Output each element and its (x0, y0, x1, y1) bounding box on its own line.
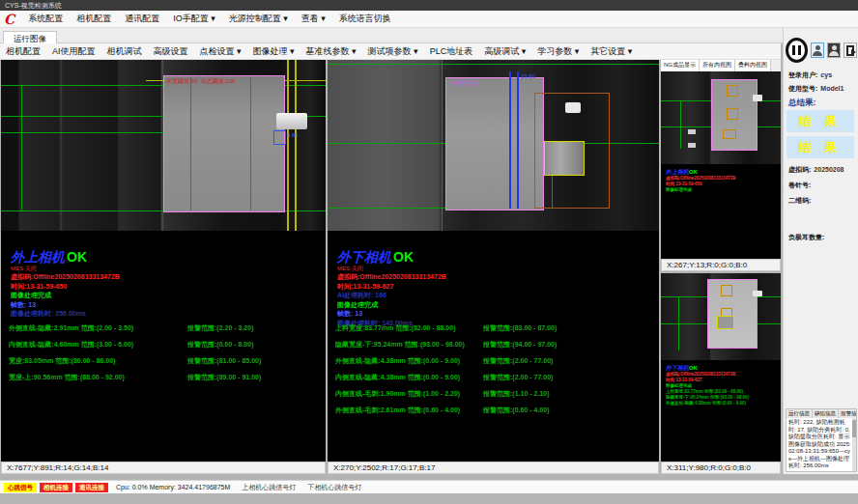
qr-code-field: 二维码: (788, 196, 814, 206)
info-line: 图像处理完成 (666, 187, 781, 193)
toolbar-item[interactable]: 基准线参数 ▾ (300, 45, 362, 58)
measure-row: 内侧直线-隐藏:4.60mm 范围:(3.00 - 6.00)报警范围:(0.0… (1, 340, 326, 356)
exit-button[interactable] (844, 42, 857, 58)
status-badge: 通讯连接 (75, 483, 108, 492)
camera-name: 外上相机 (666, 169, 689, 175)
threshold-label: 灰度阈值:93, 动态阈值:100 (166, 78, 235, 85)
status-badge: 心跳信号 (4, 483, 37, 492)
window-titlebar: CYS-视觉检测系统 (0, 0, 858, 11)
camera-result-title: 外下相机OK (337, 249, 659, 265)
log-scrollbar[interactable] (852, 418, 856, 471)
tab-probe-blob (276, 113, 307, 129)
pixel-coord-readout-lower: X:270;Y:2502;R:17;G:17;B:17 (328, 462, 659, 474)
user-login-button[interactable] (811, 42, 824, 58)
info-line: 外侧直线-隐藏:4.38mm 范围:(0.00 - 9.00) (666, 401, 781, 406)
inner-preview-panel: 外下相机OK 虚拟码:Offline2025020813313472B时间:13… (661, 273, 781, 462)
log-tab[interactable]: 报警信息 (839, 409, 857, 418)
cpu-memory-readout: Cpu: 0.0% Memory: 3424.41796875M (116, 484, 230, 490)
measure-row: 上料宽度:83.77mm 范围:(82.00 - 88.00)报警范围:(83.… (328, 323, 659, 340)
reel-needle-field: 卷针号: (788, 181, 814, 190)
toolbar-item[interactable]: 学习参数 ▾ (531, 45, 585, 58)
account-button[interactable] (827, 42, 841, 58)
measure-row: 宽度:83.05mm 范围:(80.00 - 86.00)报警范围:(81.00… (1, 356, 326, 373)
bright-spot (688, 143, 696, 148)
tab-probe-blob (565, 102, 581, 113)
toolbar-item[interactable]: 测试项参数 ▾ (362, 45, 424, 58)
measure-row: 外侧直线-隐藏:4.38mm 范围:(0.00 - 9.00)报警范围:(2.0… (328, 356, 659, 373)
toolbar-item[interactable]: 相机调试 (101, 45, 148, 58)
pixel-coord-readout-upper: X:7677;Y:891;R:14;G:14;B:14 (1, 462, 326, 474)
measure-rect-blue (273, 130, 286, 145)
measure-row: 外侧直线-隐藏:2.91mm 范围:(2.00 - 3.50)报警范围:(2.2… (1, 323, 326, 340)
edge-line-green (250, 77, 251, 210)
menu-items: 系统配置相机配置通讯配置IO手配置 ▾光源控制配置 ▾查看 ▾系统语言切换 (21, 13, 398, 25)
toolbar-item[interactable]: 其它设置 ▾ (585, 45, 638, 58)
log-text: 耗时: 222, 缺陷检测耗时: 17, 缺陷分类耗时: 0, 缺陷提取分区耗时… (786, 418, 856, 471)
camera-image-upper[interactable]: 灰度阈值:93, 动态阈值:100 3.66 (1, 60, 326, 231)
pause-button[interactable] (786, 38, 808, 63)
preview-result-text: 外下相机OK 虚拟码:Offline2025020813313472B时间:13… (661, 364, 781, 406)
menu-item[interactable]: 系统语言切换 (332, 13, 398, 25)
toolbar-item[interactable]: 高级设置 (148, 45, 194, 58)
mes-status: MES:关闭 (337, 265, 659, 272)
status-bar: 心跳信号相机连接通讯连接 Cpu: 0.0% Memory: 3424.4179… (0, 480, 858, 493)
measure-line-blue (509, 71, 511, 209)
measure-value-label: 23.80 (521, 73, 535, 80)
pixel-coord-readout-preview-bottom: X:311;Y:980;R:0;G:0;B:0 (661, 462, 781, 474)
camera-name: 外下相机 (337, 249, 391, 265)
tab-probe-blob (753, 291, 762, 296)
log-box: 运行信息缺陷信息报警信息 耗时: 222, 缺陷检测耗时: 17, 缺陷分类耗时… (786, 408, 857, 472)
edge-line-green (680, 100, 681, 149)
mes-status: MES:关闭 (11, 265, 326, 272)
info-line: 虚拟码:Offline2025020813313472B (337, 272, 659, 282)
preview-image-bottom[interactable] (661, 273, 781, 360)
limit-line-yellow (295, 60, 297, 231)
measure-rows: 上料宽度:83.77mm 范围:(82.00 - 88.00)报警范围:(83.… (328, 323, 659, 422)
menu-item[interactable]: 相机配置 (70, 13, 118, 25)
pause-icon (792, 45, 795, 55)
exit-door-icon (846, 45, 854, 56)
toolbar-item[interactable]: 图像处理 ▾ (247, 45, 300, 58)
menu-bar: C 系统配置相机配置通讯配置IO手配置 ▾光源控制配置 ▾查看 ▾系统语言切换 (0, 11, 858, 28)
camera-image-lower[interactable]: AI检测区域 23.80 (328, 60, 659, 231)
preview-tab[interactable]: NG成品显示 (661, 60, 700, 71)
bright-spot (688, 129, 696, 134)
roi-rect-yellow (717, 316, 734, 329)
info-line: 时间:13-31-59-650 (11, 282, 326, 292)
measure-row: 内侧直线-隐藏:4.38mm 范围:(0.00 - 9.00)报警范围:(2.0… (328, 373, 659, 389)
result-ok: OK (689, 169, 698, 175)
view-tab-strip: 运行图像 (0, 28, 858, 43)
ng-preview-panel: NG成品显示所有内视图叠料内视图 外上相机OK 虚拟码:Offline20250… (661, 60, 781, 259)
baseline-green (328, 64, 659, 65)
menu-item[interactable]: IO手配置 ▾ (166, 13, 222, 25)
result-ok: OK (67, 249, 87, 265)
menu-item[interactable]: 查看 ▾ (295, 13, 332, 25)
toolbar-item[interactable]: AI使用配置 (46, 45, 101, 58)
toolbar-item[interactable]: 相机配置 (0, 45, 46, 58)
roi-rect-magenta (445, 77, 544, 210)
info-line: 帧数: 13 (11, 300, 326, 310)
negative-tab-count-field: 负极耳数量: (788, 233, 827, 242)
preview-tab[interactable]: 叠料内视图 (735, 60, 771, 71)
info-lines: 虚拟码:Offline2025020813313472B时间:13-31-59-… (1, 272, 326, 319)
camera-panel-lower-outer: AI检测区域 23.80 外下相机OK MES:关闭 虚拟码:Offline20… (328, 60, 659, 462)
toolbar-item[interactable]: 高级调试 ▾ (478, 45, 531, 58)
menu-item[interactable]: 通讯配置 (118, 13, 166, 25)
camera-name: 外上相机 (11, 249, 65, 265)
menu-item[interactable]: 系统配置 (21, 13, 70, 25)
result-ok: OK (393, 249, 414, 265)
lower-camera-heartbeat-label: 下相机心跳信号灯 (307, 483, 361, 492)
log-tab[interactable]: 缺陷信息 (813, 409, 839, 418)
preview-tab[interactable]: 所有内视图 (700, 60, 735, 71)
toolbar-item[interactable]: 点检设置 ▾ (194, 45, 247, 58)
measure-rows: 外侧直线-隐藏:2.91mm 范围:(2.00 - 3.50)报警范围:(2.2… (1, 323, 326, 389)
preview-result-text: 外上相机OK 虚拟码:Offline2025020813313472B时间:13… (661, 168, 781, 193)
info-line: 图像处理完成 (337, 300, 659, 310)
upper-camera-heartbeat-label: 上相机心跳信号灯 (242, 483, 296, 492)
toolbar-item[interactable]: PLC地址表 (424, 45, 479, 58)
window-title: CYS-视觉检测系统 (5, 2, 62, 9)
menu-item[interactable]: 光源控制配置 ▾ (222, 13, 295, 25)
camera-panel-upper-outer: 灰度阈值:93, 动态阈值:100 3.66 外上相机OK MES:关闭 虚拟码… (1, 60, 326, 462)
preview-image-top[interactable] (661, 71, 781, 164)
log-tab[interactable]: 运行信息 (786, 409, 813, 418)
